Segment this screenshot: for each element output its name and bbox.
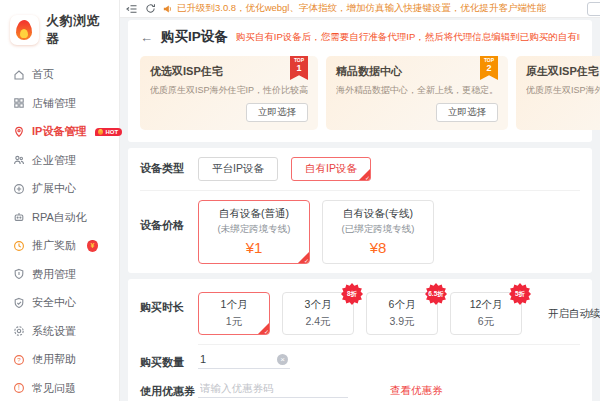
question-icon: ? <box>13 354 25 366</box>
sidebar-item-expense-management[interactable]: 费用管理 <box>13 268 119 281</box>
refresh-icon[interactable] <box>145 3 156 14</box>
content: ← 购买IP设备 购买自有IP设备后，您需要自行准备代理IP，然后将代理信息编辑… <box>120 18 600 401</box>
sidebar-item-faq[interactable]: ! 常见问题 <box>13 382 119 395</box>
price-card-dedicated[interactable]: 自有设备(专线) (已绑定跨境专线) ¥8 <box>322 200 434 264</box>
sidebar-item-system-settings[interactable]: 系统设置 <box>13 325 119 338</box>
coupon-input-wrap <box>198 380 348 398</box>
quantity-input[interactable] <box>200 353 260 365</box>
auto-renew: 开启自动续费 <box>548 307 600 321</box>
product-card-datacenter[interactable]: TOP2 精品数据中心 海外精品数据中心，全新上线，更稳定。 立即选择 <box>326 56 508 130</box>
announcement-text: 已升级到3.0.8，优化webgl、字体指纹，增加仿真输入快捷键设置，优化提升客… <box>177 2 546 15</box>
window-corner-box[interactable] <box>587 2 600 16</box>
duration-label: 购买时长 <box>140 292 198 315</box>
duration-months: 12个月 <box>453 298 519 312</box>
sidebar-item-home[interactable]: 首页 <box>13 68 119 81</box>
money-bag-badge: ¥ <box>87 240 98 252</box>
robot-icon <box>13 211 25 223</box>
svg-text:!: ! <box>18 384 20 391</box>
sidebar: 火豹浏览器 首页 店铺管理 IP设备管理 HOT 企业管理 扩展中心 <box>0 0 120 401</box>
duration-row: 购买时长 1个月 1元 8折 3个月 2.4元 6.5折 <box>128 279 592 344</box>
sidebar-item-help[interactable]: ? 使用帮助 <box>13 353 119 366</box>
product-desc: 优质原生双ISP海外住宅IP，性价比较高 <box>150 84 308 97</box>
platform-ip-device-button[interactable]: 平台IP设备 <box>198 157 278 181</box>
coupon-row: 使用优惠券 查看优惠券 <box>128 375 592 401</box>
reward-clock-icon <box>13 240 25 252</box>
app-logo: 火豹浏览器 <box>0 0 119 58</box>
auto-renew-label: 开启自动续费 <box>548 307 600 321</box>
sidebar-item-security-center[interactable]: 安全中心 <box>13 296 119 309</box>
duration-price: 1元 <box>201 315 267 329</box>
device-type-row: 设备类型 平台IP设备 自有IP设备 <box>128 148 592 190</box>
product-name: 精品数据中心 <box>336 64 498 79</box>
duration-12-months[interactable]: 5折 12个月 6元 <box>450 292 522 335</box>
price-card-title: 自有设备(专线) <box>327 207 429 221</box>
quantity-label: 购买数量 <box>140 351 198 370</box>
duration-months: 6个月 <box>369 298 435 312</box>
shield-icon <box>13 268 25 280</box>
product-card-premium-isp[interactable]: TOP1 优选双ISP住宅 优质原生双ISP海外住宅IP，性价比较高 立即选择 <box>140 56 318 130</box>
select-now-button[interactable]: 立即选择 <box>436 103 498 122</box>
price-card-subtitle: (未绑定跨境专线) <box>203 223 305 236</box>
device-type-options: 平台IP设备 自有IP设备 <box>198 157 381 181</box>
collapse-sidebar-icon[interactable] <box>126 3 138 15</box>
home-icon <box>13 69 25 81</box>
grid-icon <box>13 97 25 109</box>
sidebar-item-shop-management[interactable]: 店铺管理 <box>13 97 119 110</box>
app-title: 火豹浏览器 <box>46 12 111 48</box>
sidebar-item-enterprise-management[interactable]: 企业管理 <box>13 154 119 167</box>
price-card-title: 自有设备(普通) <box>203 207 305 221</box>
sidebar-item-label: 使用帮助 <box>32 352 76 367</box>
hot-badge: HOT <box>95 128 122 136</box>
own-ip-device-button[interactable]: 自有IP设备 <box>291 157 371 181</box>
coupon-label: 使用优惠券 <box>140 380 198 399</box>
mini-flame-icon <box>98 129 103 135</box>
sidebar-item-extension-center[interactable]: 扩展中心 <box>13 182 119 195</box>
sidebar-item-rpa-automation[interactable]: RPA自动化 <box>13 211 119 224</box>
duration-options: 1个月 1元 8折 3个月 2.4元 6.5折 6个月 3.9元 <box>198 292 600 335</box>
duration-6-months[interactable]: 6.5折 6个月 3.9元 <box>366 292 438 335</box>
product-name: 优选双ISP住宅 <box>150 64 308 79</box>
sidebar-nav: 首页 店铺管理 IP设备管理 HOT 企业管理 扩展中心 RPA自动化 <box>0 58 119 395</box>
product-name: 原生双ISP住宅 <box>526 64 600 79</box>
clear-icon[interactable]: × <box>277 354 288 365</box>
svg-text:?: ? <box>17 356 21 363</box>
duration-price: 6元 <box>453 315 519 329</box>
main-area: 已升级到3.0.8，优化webgl、字体指纹，增加仿真输入快捷键设置，优化提升客… <box>120 0 600 401</box>
flame-logo-icon <box>10 15 39 45</box>
page-header: ← 购买IP设备 购买自有IP设备后，您需要自行准备代理IP，然后将代理信息编辑… <box>128 20 592 52</box>
topbar: 已升级到3.0.8，优化webgl、字体指纹，增加仿真输入快捷键设置，优化提升客… <box>120 0 600 18</box>
device-type-label: 设备类型 <box>140 157 198 176</box>
sidebar-item-label: 费用管理 <box>32 267 76 282</box>
users-icon <box>13 154 25 166</box>
device-price-label: 设备价格 <box>140 200 198 233</box>
quantity-row: 购买数量 × <box>128 345 592 375</box>
coupon-input[interactable] <box>200 382 346 394</box>
view-coupons-link[interactable]: 查看优惠券 <box>390 380 443 398</box>
duration-1-month[interactable]: 1个月 1元 <box>198 292 270 335</box>
sidebar-item-label: 系统设置 <box>32 324 76 339</box>
sidebar-item-label: 企业管理 <box>32 153 76 168</box>
sidebar-item-label: 扩展中心 <box>32 181 76 196</box>
sidebar-item-label: 安全中心 <box>32 295 76 310</box>
device-panel: 设备类型 平台IP设备 自有IP设备 设备价格 自有设备(普通) (未绑定跨境专… <box>128 148 592 273</box>
product-desc: 优质原生双ISP海外住宅IP，性价比较高 <box>526 84 600 97</box>
sidebar-item-label: 常见问题 <box>32 381 76 396</box>
page-title: 购买IP设备 <box>161 28 228 46</box>
shield-check-icon <box>13 297 25 309</box>
back-arrow-icon[interactable]: ← <box>140 30 153 45</box>
price-card-normal[interactable]: 自有设备(普通) (未绑定跨境专线) ¥1 <box>198 200 310 264</box>
price-card-price: ¥1 <box>203 239 305 256</box>
exclamation-icon: ! <box>13 382 25 394</box>
product-card-native-isp[interactable]: TOP3 原生双ISP住宅 优质原生双ISP海外住宅IP，性价比较高 立即选择 <box>516 56 600 130</box>
page-subtitle: 购买自有IP设备后，您需要自行准备代理IP，然后将代理信息编辑到已购买的自有IP… <box>236 31 580 44</box>
product-desc: 海外精品数据中心，全新上线，更稳定。 <box>336 84 498 97</box>
sidebar-item-ip-device-management[interactable]: IP设备管理 HOT <box>13 125 119 138</box>
purchase-panel: ← 购买IP设备 购买自有IP设备后，您需要自行准备代理IP，然后将代理信息编辑… <box>128 20 592 142</box>
quantity-input-wrap: × <box>198 351 290 369</box>
gear-icon <box>13 325 25 337</box>
sidebar-item-promotion-rewards[interactable]: 推广奖励 ¥ <box>13 239 119 252</box>
select-now-button[interactable]: 立即选择 <box>246 103 308 122</box>
duration-3-months[interactable]: 8折 3个月 2.4元 <box>282 292 354 335</box>
duration-price: 3.9元 <box>369 315 435 329</box>
order-panel: 购买时长 1个月 1元 8折 3个月 2.4元 6.5折 <box>128 279 592 401</box>
